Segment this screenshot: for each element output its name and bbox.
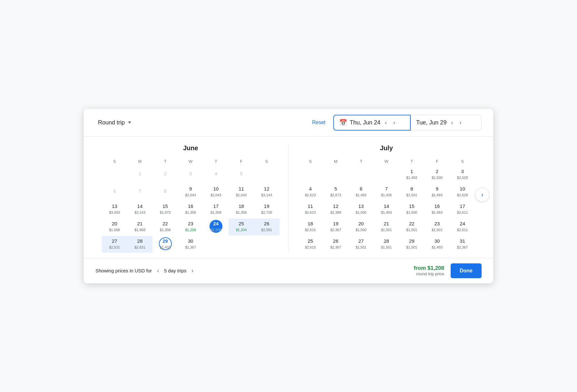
calendar-day[interactable]: 22$1,358 <box>152 219 178 235</box>
calendar-day[interactable]: 28$2,631 <box>127 236 153 253</box>
calendar-header: Round trip Reset 📅 Thu, Jun 24 ‹ › Tue, … <box>84 109 493 137</box>
calendar-day[interactable]: 15$1,973 <box>152 201 178 218</box>
calendar-day[interactable]: 13$1,500 <box>348 201 374 218</box>
showing-prices-text: Showing prices in USD for ‹ 5 day trips … <box>95 267 196 275</box>
calendar-day[interactable]: 30$1,493 <box>425 236 450 253</box>
day-circle: 2$1,500 <box>431 168 444 181</box>
day-number: 12 <box>264 185 269 193</box>
calendar-day[interactable]: 9$2,043 <box>178 184 203 201</box>
calendar-day[interactable]: 16$1,493 <box>425 201 450 218</box>
calendar-day[interactable]: 11$2,623 <box>298 201 323 218</box>
calendar-day[interactable]: 7$1,436 <box>374 184 399 201</box>
day-number: 20 <box>358 220 364 228</box>
trip-days-label: 5 day trips <box>164 268 186 273</box>
calendar-day[interactable]: 18$2,615 <box>298 219 323 235</box>
calendar-day[interactable]: 16$1,358 <box>178 201 203 218</box>
calendar-day[interactable]: 10$2,628 <box>450 184 475 201</box>
calendar-day[interactable]: 31$2,367 <box>450 236 475 253</box>
calendar-day[interactable]: 15$1,500 <box>399 201 425 218</box>
trip-days-next-button[interactable]: › <box>189 267 196 275</box>
day-circle: 4 <box>210 168 222 181</box>
calendar-day[interactable]: 21$1,668 <box>127 219 153 235</box>
calendar-day[interactable]: 21$1,501 <box>374 219 399 235</box>
calendar-day[interactable]: 14$1,493 <box>374 201 399 218</box>
calendar-day <box>323 166 348 183</box>
day-number: 19 <box>333 220 338 228</box>
calendar-day[interactable]: 4 <box>203 166 229 183</box>
calendar-day[interactable]: 20$1,668 <box>102 219 127 235</box>
calendar-day[interactable]: 27$1,501 <box>348 236 374 253</box>
calendar-day[interactable]: 11$2,043 <box>229 184 254 201</box>
calendar-day <box>102 166 127 183</box>
calendar-day[interactable]: 4$2,623 <box>298 184 323 201</box>
calendar-day[interactable]: 2 <box>152 166 178 183</box>
calendar-day[interactable]: 18$1,358 <box>229 201 254 218</box>
day-price: $1,358 <box>210 210 221 215</box>
day-circle: 10$2,043 <box>210 185 222 198</box>
calendar-day[interactable]: 26$2,591 <box>254 219 279 235</box>
calendar-day[interactable]: 20$1,500 <box>348 219 374 235</box>
calendar-day[interactable]: 13$3,093 <box>102 201 127 218</box>
return-next-arrow[interactable]: › <box>457 119 463 127</box>
day-number: 12 <box>333 203 338 210</box>
day-price: $3,143 <box>134 210 145 215</box>
day-circle: 22$1,358 <box>159 220 172 233</box>
calendar-day[interactable]: 5$2,673 <box>323 184 348 201</box>
calendar-day[interactable]: 12$3,143 <box>254 184 279 201</box>
calendar-day[interactable]: 25$1,204 <box>229 219 254 235</box>
calendar-day[interactable]: 10$2,043 <box>203 184 229 201</box>
calendar-day[interactable]: 1 <box>127 166 153 183</box>
calendar-day[interactable]: 2$1,500 <box>425 166 450 183</box>
next-month-button[interactable]: › <box>475 188 489 202</box>
day-circle: 14$1,493 <box>380 202 393 215</box>
calendar-day[interactable]: 22$1,501 <box>399 219 425 235</box>
calendar-day[interactable]: 24$1,208 <box>203 219 229 235</box>
calendar-day[interactable]: 23$1,208 <box>178 219 203 235</box>
return-prev-arrow[interactable]: ‹ <box>449 119 455 127</box>
day-price: $2,388 <box>330 210 341 215</box>
return-date-box[interactable]: Tue, Jun 29 ‹ › <box>411 115 482 131</box>
day-circle: 7$1,436 <box>380 185 393 198</box>
day-number: 13 <box>112 203 117 210</box>
calendar-day[interactable]: 19$2,728 <box>254 201 279 218</box>
trip-days-prev-button[interactable]: ‹ <box>154 267 161 275</box>
reset-button[interactable]: Reset <box>309 118 328 127</box>
calendar-day[interactable]: 17$2,611 <box>450 201 475 218</box>
calendar-day[interactable]: 26$2,367 <box>323 236 348 253</box>
calendar-day[interactable]: 3 <box>178 166 203 183</box>
calendar-day[interactable]: 5 <box>229 166 254 183</box>
calendar-day[interactable]: 30$1,367 <box>178 236 203 253</box>
calendar-day[interactable]: 3$2,628 <box>450 166 475 183</box>
calendar-day[interactable]: 29$1,501 <box>399 236 425 253</box>
calendar-day[interactable]: 9$1,493 <box>425 184 450 201</box>
calendar-day[interactable]: 17$1,358 <box>203 201 229 218</box>
day-number: 17 <box>213 203 219 210</box>
day-number: 10 <box>213 185 219 193</box>
day-number: 19 <box>264 203 269 210</box>
calendar-day[interactable]: 24$2,611 <box>450 219 475 235</box>
day-header-f1: F <box>229 158 254 165</box>
calendar-day[interactable]: 14$3,143 <box>127 201 153 218</box>
depart-prev-arrow[interactable]: ‹ <box>383 119 389 127</box>
day-number: 1 <box>410 168 413 175</box>
depart-date-box[interactable]: 📅 Thu, Jun 24 ‹ › <box>333 115 411 131</box>
calendar-day[interactable]: 7 <box>127 184 153 201</box>
calendar-day[interactable]: 1$1,493 <box>399 166 425 183</box>
day-number: 22 <box>409 220 415 228</box>
calendar-day[interactable]: 28$1,501 <box>374 236 399 253</box>
day-price: $1,500 <box>432 175 443 180</box>
depart-next-arrow[interactable]: › <box>391 119 397 127</box>
calendar-day[interactable]: 8$1,501 <box>399 184 425 201</box>
calendar-day[interactable]: 6$1,493 <box>348 184 374 201</box>
calendar-day[interactable]: 6 <box>102 184 127 201</box>
done-button[interactable]: Done <box>451 263 482 278</box>
calendar-day[interactable]: 12$2,388 <box>323 201 348 218</box>
calendar-day[interactable]: 27$2,531 <box>102 236 127 253</box>
calendar-day[interactable]: 23$1,501 <box>425 219 450 235</box>
calendar-day[interactable]: 29$1,431 <box>152 236 178 253</box>
trip-type-button[interactable]: Round trip <box>95 118 134 127</box>
calendar-day[interactable]: 25$2,615 <box>298 236 323 253</box>
calendar-day[interactable]: 19$2,367 <box>323 219 348 235</box>
day-number: 9 <box>189 185 192 193</box>
calendar-day[interactable]: 8 <box>152 184 178 201</box>
